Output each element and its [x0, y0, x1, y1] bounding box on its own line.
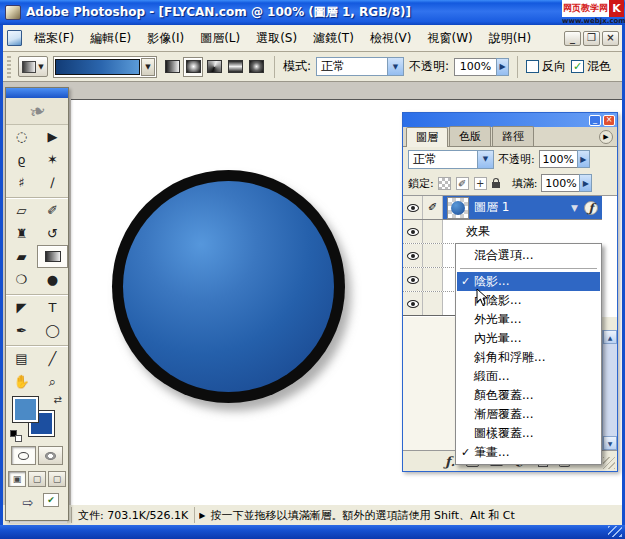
shape-tool[interactable]: ◯ — [37, 319, 68, 342]
scroll-down-arrow[interactable]: ▼ — [603, 436, 617, 450]
collapse-effects-icon[interactable]: ▼ — [571, 203, 578, 213]
hand-tool[interactable]: ✋ — [6, 370, 37, 393]
fullscreen-menubar-button[interactable]: ▢ — [28, 471, 46, 487]
tab-paths[interactable]: 路徑 — [492, 126, 534, 146]
effects-row-label[interactable]: 效果 — [466, 223, 490, 240]
gradient-preview-swatch[interactable] — [55, 59, 140, 75]
reverse-option[interactable]: 反向 — [526, 58, 566, 75]
menu-item-pattern-overlay[interactable]: 圖樣覆蓋... — [457, 424, 600, 443]
visibility-toggle[interactable] — [403, 220, 423, 243]
dodge-tool[interactable]: ● — [37, 268, 68, 291]
fullscreen-button[interactable]: ▢ — [48, 471, 66, 487]
tab-channels[interactable]: 色版 — [449, 126, 491, 146]
menu-window[interactable]: 視窗(W) — [419, 25, 480, 52]
palette-close-button[interactable]: × — [603, 115, 615, 126]
healing-brush-tool[interactable]: ▱ — [6, 199, 37, 222]
palette-minimize-button[interactable]: _ — [589, 115, 601, 126]
menu-item-stroke[interactable]: ✓ 筆畫... — [457, 443, 600, 462]
document-size-info[interactable]: 文件: 703.1K/526.1K — [76, 508, 190, 523]
menu-help[interactable]: 說明(H) — [481, 25, 539, 52]
layer-opacity-field[interactable]: 100% ▶ — [539, 150, 590, 168]
layer-blend-mode-select[interactable]: 正常 ▼ — [408, 150, 494, 169]
chevron-down-icon[interactable]: ▼ — [477, 151, 493, 168]
visibility-toggle[interactable] — [403, 268, 423, 291]
layer-thumbnail[interactable] — [447, 197, 469, 219]
reflected-gradient-button[interactable] — [225, 57, 245, 77]
elliptical-marquee-tool[interactable]: ◌ — [6, 125, 37, 148]
menu-select[interactable]: 選取(S) — [248, 25, 305, 52]
layer-fill-field[interactable]: 100% ▶ — [541, 174, 592, 192]
opacity-value[interactable]: 100% — [454, 58, 496, 76]
diamond-gradient-button[interactable] — [246, 57, 266, 77]
history-brush-tool[interactable]: ↺ — [37, 222, 68, 245]
visibility-toggle[interactable] — [403, 244, 423, 267]
opacity-field[interactable]: 100% ▶ — [454, 58, 509, 76]
doc-close-button[interactable]: × — [602, 31, 619, 46]
lasso-tool[interactable]: ϱ — [6, 148, 37, 171]
layers-scrollbar[interactable]: ▲ ▼ — [602, 330, 617, 450]
angle-gradient-button[interactable] — [204, 57, 224, 77]
lock-all-icon[interactable] — [492, 182, 500, 188]
gradient-picker[interactable]: ▼ — [53, 56, 157, 78]
palette-resize-grip[interactable] — [603, 457, 615, 469]
options-bar-grip[interactable] — [7, 56, 11, 78]
layers-palette-title-bar[interactable]: _ × — [403, 113, 617, 127]
visibility-toggle[interactable] — [403, 292, 423, 315]
gradient-picker-arrow[interactable]: ▼ — [141, 58, 155, 76]
menu-filter[interactable]: 濾鏡(T) — [305, 25, 362, 52]
menu-image[interactable]: 影像(I) — [139, 25, 192, 52]
chevron-down-icon[interactable]: ▼ — [387, 58, 403, 75]
reverse-checkbox[interactable] — [526, 60, 539, 73]
layer-opacity-arrow[interactable]: ▶ — [577, 150, 590, 168]
menu-item-blending-options[interactable]: 混合選項... — [457, 246, 600, 265]
standard-mode-button[interactable] — [11, 446, 36, 465]
swap-colors-icon[interactable]: ⇄ — [54, 394, 62, 405]
default-colors-icon[interactable] — [10, 430, 22, 442]
tab-layers[interactable]: 圖層 — [406, 127, 448, 147]
brush-tool[interactable]: ✐ — [37, 199, 68, 222]
layer-opacity-value[interactable]: 100% — [539, 150, 577, 168]
menu-view[interactable]: 檢視(V) — [362, 25, 420, 52]
lock-position-icon[interactable]: + — [474, 177, 487, 190]
radial-gradient-button[interactable] — [183, 57, 203, 77]
menu-item-bevel-emboss[interactable]: 斜角和浮雕... — [457, 348, 600, 367]
layer-row-layer1[interactable]: ✐ 圖層 1 ▼ ƒ — [403, 196, 602, 220]
pen-tool[interactable]: ✒ — [6, 319, 37, 342]
blur-tool[interactable]: ❍ — [6, 268, 37, 291]
move-tool[interactable]: ▶ — [37, 125, 68, 148]
menu-item-outer-glow[interactable]: 外光暈... — [457, 310, 600, 329]
menu-edit[interactable]: 編輯(E) — [82, 25, 139, 52]
slice-tool[interactable]: ∕ — [37, 171, 68, 194]
magic-wand-tool[interactable]: ✶ — [37, 148, 68, 171]
opacity-slider-arrow[interactable]: ▶ — [496, 58, 509, 76]
lock-paint-icon[interactable]: ✐ — [456, 177, 469, 190]
dither-checkbox[interactable]: ✓ — [571, 60, 584, 73]
path-selection-tool[interactable]: ◤ — [6, 296, 37, 319]
gradient-tool[interactable] — [37, 245, 68, 268]
layer-name[interactable]: 圖層 1 — [474, 199, 509, 216]
lock-transparency-icon[interactable] — [438, 177, 451, 190]
notes-tool[interactable]: ▤ — [6, 347, 37, 370]
eyedropper-tool[interactable]: ╱ — [37, 347, 68, 370]
layer-row-effects[interactable]: 效果 — [403, 220, 602, 244]
menu-item-satin[interactable]: 緞面... — [457, 367, 600, 386]
layer-fill-arrow[interactable]: ▶ — [579, 174, 592, 192]
gradient-tool-preset-button[interactable]: ▼ — [18, 56, 48, 77]
standard-screen-button[interactable]: ▣ — [8, 471, 26, 487]
blend-mode-select[interactable]: 正常 ▼ — [316, 57, 404, 76]
doc-minimize-button[interactable]: _ — [564, 31, 581, 46]
palette-menu-button[interactable]: ▶ — [599, 130, 613, 144]
scroll-up-arrow[interactable]: ▲ — [603, 330, 617, 344]
quick-mask-mode-button[interactable] — [38, 446, 63, 465]
eraser-tool[interactable]: ▰ — [6, 245, 37, 268]
type-tool[interactable]: T — [37, 296, 68, 319]
add-layer-style-button[interactable]: ƒ. — [445, 454, 455, 469]
toolbox-drag-bar[interactable] — [6, 88, 68, 98]
menu-item-color-overlay[interactable]: 顏色覆蓋... — [457, 386, 600, 405]
crop-tool[interactable]: ♯ — [6, 171, 37, 194]
window-resize-grip[interactable] — [608, 526, 622, 537]
menu-layer[interactable]: 圖層(L) — [192, 25, 248, 52]
clone-stamp-tool[interactable]: ♜ — [6, 222, 37, 245]
menu-item-inner-glow[interactable]: 內光暈... — [457, 329, 600, 348]
doc-restore-button[interactable]: ❐ — [583, 31, 600, 46]
